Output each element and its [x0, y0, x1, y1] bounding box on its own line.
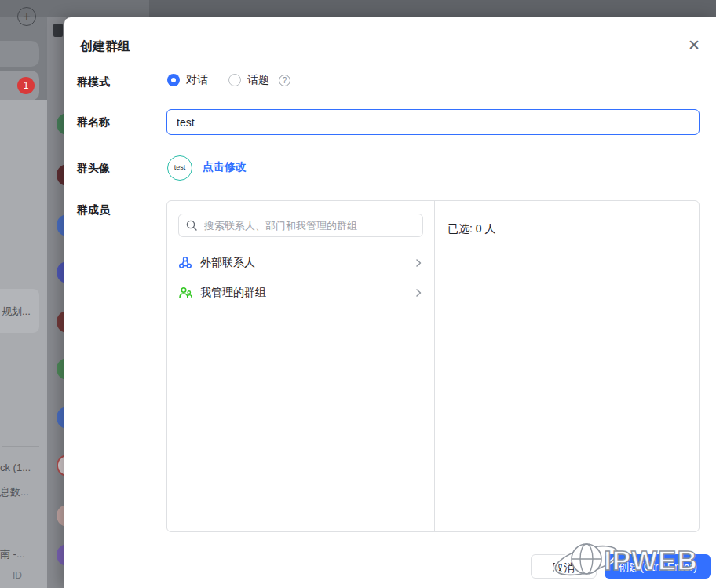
member-item-label: 外部联系人 — [200, 256, 406, 270]
radio-selected-icon[interactable] — [167, 74, 180, 86]
member-search-box[interactable] — [178, 214, 423, 237]
sidebar-text: ID — [13, 570, 22, 581]
background-top-strip-dark — [149, 0, 716, 17]
cancel-button[interactable]: 取消 — [531, 554, 597, 579]
create-group-modal: 创建群组 ✕ 群模式 对话 话题 ? 群名称 群头像 test 点击修改 群成员 — [64, 17, 716, 588]
members-source-pane: 外部联系人 我管理的群组 — [167, 201, 435, 531]
group-members-label: 群成员 — [77, 203, 110, 217]
unread-badge: 1 — [17, 77, 35, 94]
group-mode-radio-group: 对话 话题 ? — [167, 73, 290, 87]
my-groups-icon — [178, 286, 192, 300]
radio-option-label: 对话 — [186, 73, 208, 87]
member-item-label: 我管理的群组 — [200, 286, 406, 300]
radio-option-topic[interactable]: 话题 — [228, 73, 269, 87]
sidebar-text: ck (1... — [0, 462, 31, 473]
external-contacts-icon — [178, 256, 192, 270]
radio-option-conversation[interactable]: 对话 — [167, 73, 208, 87]
chevron-right-icon — [414, 258, 423, 268]
radio-option-label: 话题 — [247, 73, 269, 87]
chevron-right-icon — [414, 288, 423, 298]
group-avatar-label: 群头像 — [77, 162, 110, 176]
conversation-avatar-column — [47, 17, 66, 588]
sidebar-panel — [0, 100, 47, 588]
group-avatar-preview[interactable]: test — [167, 155, 192, 181]
members-picker-panel: 外部联系人 我管理的群组 — [166, 200, 700, 532]
search-icon — [186, 220, 197, 231]
member-search-input[interactable] — [203, 219, 415, 232]
group-mode-label: 群模式 — [77, 75, 110, 89]
plus-icon[interactable]: + — [17, 7, 36, 26]
avatar-edit-link[interactable]: 点击修改 — [203, 160, 247, 174]
create-button[interactable]: 创建(Ctrl+Enter) — [605, 554, 711, 579]
sidebar-text: 息数... — [0, 485, 29, 499]
group-name-label: 群名称 — [77, 115, 110, 130]
radio-unselected-icon[interactable] — [228, 74, 241, 86]
members-selected-pane: 已选: 0 人 — [435, 201, 699, 531]
sidebar-divider — [2, 446, 39, 447]
member-item-my-groups[interactable]: 我管理的群组 — [178, 278, 423, 308]
background-icon — [53, 24, 63, 37]
sidebar-item-dimmed — [0, 41, 39, 67]
app-screen: + 1 规划... ck (1... 息数... 南 -... ID 创建群组 … — [0, 0, 716, 588]
sidebar-text: 南 -... — [0, 547, 25, 561]
selected-count-text: 已选: 0 人 — [448, 222, 495, 235]
help-icon[interactable]: ? — [279, 75, 290, 86]
modal-title: 创建群组 — [80, 38, 130, 55]
sidebar-text: 规划... — [2, 305, 31, 319]
close-icon[interactable]: ✕ — [685, 36, 703, 55]
member-item-external-contacts[interactable]: 外部联系人 — [178, 248, 423, 278]
group-name-input[interactable] — [166, 109, 700, 135]
